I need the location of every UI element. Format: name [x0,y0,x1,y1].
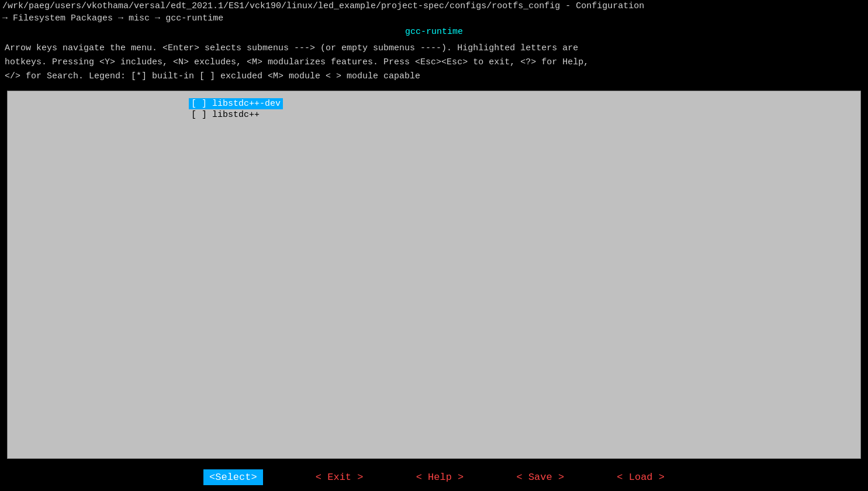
dialog-title: gcc-runtime [405,27,463,37]
breadcrumb-arrow-1: → [2,13,13,23]
help-button[interactable]: < Help > [416,472,464,483]
path-text: /wrk/paeg/users/vkothama/versal/edt_2021… [2,1,644,11]
load-button[interactable]: < Load > [617,472,665,483]
breadcrumb-item-3: gcc-runtime [165,13,223,23]
menu-item-libstdcpp[interactable]: [ ] libstdc++ [189,109,262,120]
separator-3 [487,472,493,483]
breadcrumb-item-2: misc [129,13,150,23]
select-button[interactable]: <Select> [203,469,263,485]
menu-item-label-1: libstdc++-dev [212,99,281,109]
bottom-bar: <Select> < Exit > < Help > < Save > < Lo… [0,464,868,491]
breadcrumb-item-1: Filesystem Packages [13,13,113,23]
help-line-1: Arrow keys navigate the menu. <Enter> se… [5,42,863,56]
exit-button[interactable]: < Exit > [316,472,364,483]
separator-2 [386,472,392,483]
separator-1 [286,472,292,483]
menu-area: [ ] libstdc++-dev [ ] libstdc++ [8,91,860,127]
help-text: Arrow keys navigate the menu. <Enter> se… [0,39,868,86]
help-line-2: hotkeys. Pressing <Y> includes, <N> excl… [5,56,863,70]
help-line-3: </> for Search. Legend: [*] built-in [ ]… [5,70,863,84]
separator-4 [587,472,593,483]
title-bar: gcc-runtime [0,25,868,39]
menu-item-label-2: libstdc++ [212,110,260,120]
breadcrumb-bar: → Filesystem Packages → misc → gcc-runti… [0,12,868,25]
save-button[interactable]: < Save > [517,472,565,483]
main-content-area: [ ] libstdc++-dev [ ] libstdc++ [7,91,861,459]
breadcrumb-arrow-2: → [118,13,129,23]
menu-item-prefix-1: [ ] [191,99,212,109]
menu-item-libstdcpp-dev[interactable]: [ ] libstdc++-dev [189,98,283,109]
breadcrumb-arrow-3: → [155,13,165,23]
menu-item-prefix-2: [ ] [191,110,212,120]
top-path-bar: /wrk/paeg/users/vkothama/versal/edt_2021… [0,0,868,12]
app: /wrk/paeg/users/vkothama/versal/edt_2021… [0,0,868,491]
